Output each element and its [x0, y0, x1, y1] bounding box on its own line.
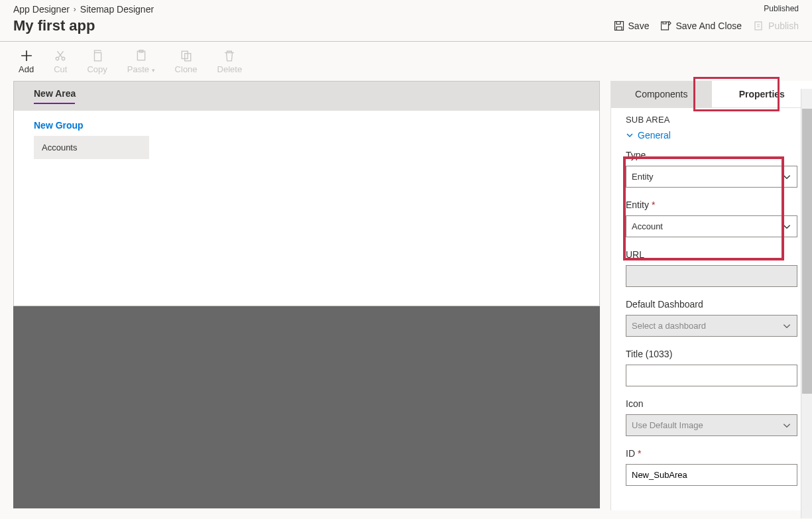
entity-value: Account [632, 221, 663, 231]
canvas-empty-region [13, 306, 600, 508]
paste-icon [135, 50, 147, 62]
breadcrumb-root[interactable]: App Designer [13, 4, 70, 15]
tab-properties[interactable]: Properties [712, 81, 813, 107]
main: New Area New Group Accounts Components P… [0, 81, 812, 508]
tab-components[interactable]: Components [611, 81, 712, 107]
plus-icon [21, 50, 32, 62]
publish-label: Publish [768, 21, 799, 31]
scrollbar-thumb[interactable] [802, 109, 812, 394]
sitemap-canvas: New Area New Group Accounts [13, 81, 600, 306]
clone-button: Clone [175, 50, 198, 74]
chevron-down-icon [782, 222, 791, 231]
cut-button: Cut [54, 50, 67, 74]
clone-label: Clone [175, 64, 198, 74]
dashboard-select[interactable]: Select a dashboard [626, 315, 797, 337]
chevron-right-icon: › [74, 5, 76, 14]
general-label: General [638, 130, 671, 141]
svg-point-3 [56, 57, 60, 60]
chevron-down-icon [782, 172, 791, 182]
general-section-toggle[interactable]: General [626, 130, 797, 141]
delete-button: Delete [217, 50, 243, 74]
url-input [626, 265, 797, 287]
chevron-down-icon: ▾ [152, 67, 155, 74]
toolbar: Add Cut Copy Paste ▾ Clone Delete [0, 42, 812, 81]
save-close-label: Save And Close [675, 21, 742, 31]
icon-value: Use Default Image [632, 420, 703, 430]
add-button[interactable]: Add [19, 50, 34, 74]
header: App Designer › Sitemap Designer Publishe… [0, 0, 812, 41]
scrollbar[interactable] [801, 89, 812, 518]
icon-select[interactable]: Use Default Image [626, 414, 797, 436]
save-close-icon [661, 21, 671, 31]
trash-icon [223, 50, 235, 62]
icon-label: Icon [626, 398, 797, 409]
url-label: URL [626, 249, 797, 260]
area-underline [34, 103, 75, 104]
dashboard-label: Default Dashboard [626, 299, 797, 310]
dashboard-placeholder: Select a dashboard [632, 321, 706, 331]
add-label: Add [19, 64, 34, 74]
copy-icon [91, 50, 103, 62]
title-field-label: Title (1033) [626, 349, 797, 359]
type-label: Type [626, 150, 797, 160]
svg-rect-5 [94, 53, 101, 61]
type-value: Entity [632, 172, 654, 182]
entity-label: Entity * [626, 200, 797, 210]
id-label: ID * [626, 448, 797, 459]
svg-point-4 [62, 57, 66, 60]
breadcrumb: App Designer › Sitemap Designer [13, 4, 154, 15]
publish-button: Publish [754, 21, 799, 31]
publish-icon [754, 21, 764, 31]
panel-section-title: SUB AREA [626, 115, 797, 125]
status-label: Published [764, 4, 799, 13]
save-button[interactable]: Save [614, 21, 650, 31]
page-title: My first app [13, 17, 95, 34]
save-and-close-button[interactable]: Save And Close [661, 21, 742, 31]
type-select[interactable]: Entity [626, 166, 797, 188]
title-input[interactable] [626, 365, 797, 386]
id-input[interactable] [626, 464, 797, 486]
subarea-item[interactable]: Accounts [34, 136, 149, 159]
cut-label: Cut [54, 64, 67, 74]
copy-label: Copy [87, 64, 107, 74]
svg-rect-1 [662, 22, 669, 30]
properties-panel: Components Properties SUB AREA General T… [610, 81, 812, 510]
area-header[interactable]: New Area [14, 82, 599, 111]
group-title[interactable]: New Group [34, 120, 579, 131]
clone-icon [180, 50, 192, 62]
paste-label: Paste ▾ [127, 64, 155, 74]
copy-button: Copy [87, 50, 107, 74]
command-bar: Save Save And Close Publish [614, 21, 799, 31]
chevron-down-icon [626, 131, 634, 139]
breadcrumb-current[interactable]: Sitemap Designer [80, 4, 154, 15]
save-icon [614, 21, 624, 31]
delete-label: Delete [217, 64, 243, 74]
area-title: New Area [34, 88, 76, 99]
svg-rect-2 [755, 22, 762, 30]
chevron-down-icon [782, 421, 791, 430]
canvas-region: New Area New Group Accounts [13, 81, 610, 508]
entity-select[interactable]: Account [626, 215, 797, 237]
chevron-down-icon [782, 321, 791, 331]
panel-tabs: Components Properties [611, 81, 812, 108]
save-label: Save [628, 21, 650, 31]
cut-icon [54, 50, 66, 62]
paste-button: Paste ▾ [127, 50, 155, 74]
